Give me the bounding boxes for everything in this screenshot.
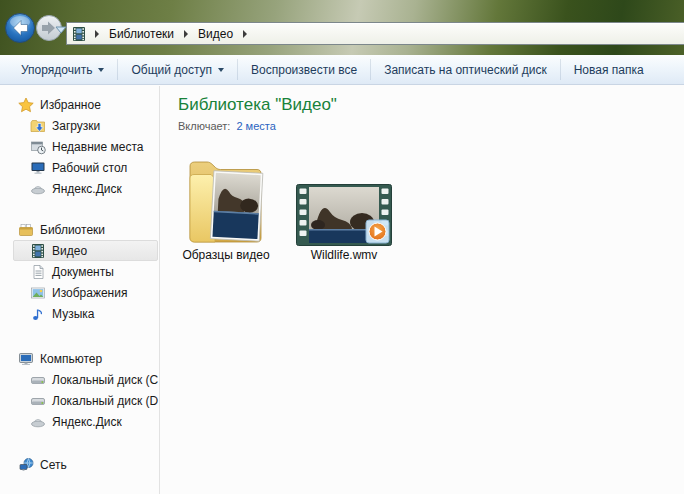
- sidebar-label: Загрузки: [52, 119, 100, 133]
- breadcrumb-segment-video[interactable]: Видео: [192, 23, 239, 44]
- disk-icon: [30, 372, 46, 388]
- sidebar-item-local-disk-d[interactable]: Локальный диск (D: [0, 390, 159, 411]
- item-label: Образцы видео: [182, 248, 269, 262]
- sidebar-label: Изображения: [52, 286, 127, 300]
- pictures-icon: [30, 285, 46, 301]
- file-list-pane: Библиотека "Видео" Включает: 2 места: [160, 86, 684, 494]
- sidebar-label: Локальный диск (D: [52, 394, 158, 408]
- sidebar-label: Недавние места: [52, 140, 143, 154]
- network-icon: [18, 457, 34, 473]
- sidebar-section-favorites[interactable]: Избранное: [0, 94, 159, 115]
- sidebar-item-local-disk-c[interactable]: Локальный диск (C: [0, 369, 159, 390]
- sidebar-item-video[interactable]: Видео: [13, 240, 158, 261]
- sidebar-label: Рабочий стол: [52, 161, 127, 175]
- yandex-disk-icon: [30, 414, 46, 430]
- sidebar-label: Сеть: [40, 458, 67, 472]
- burn-to-disc-button[interactable]: Записать на оптический диск: [371, 55, 560, 84]
- downloads-folder-icon: [30, 118, 46, 134]
- sidebar-label: Локальный диск (C: [52, 373, 158, 387]
- breadcrumb-arrow-icon[interactable]: [184, 30, 188, 38]
- sidebar-label: Библиотеки: [40, 223, 105, 237]
- filmstrip-video-thumbnail-icon: [296, 184, 392, 246]
- video-item-wildlife[interactable]: Wildlife.wmv: [288, 184, 400, 262]
- sidebar-label: Компьютер: [40, 352, 102, 366]
- new-folder-button[interactable]: Новая папка: [561, 55, 657, 84]
- sidebar-item-pictures[interactable]: Изображения: [0, 282, 159, 303]
- folder-with-video-thumbnail-icon: [187, 148, 265, 246]
- play-all-button[interactable]: Воспроизвести все: [238, 55, 370, 84]
- sidebar-label: Видео: [52, 244, 87, 258]
- sidebar-section-network[interactable]: Сеть: [0, 454, 159, 475]
- item-label: Wildlife.wmv: [311, 248, 378, 262]
- share-label: Общий доступ: [131, 63, 212, 77]
- back-button[interactable]: [6, 14, 35, 43]
- sidebar-item-music[interactable]: Музыка: [0, 303, 159, 324]
- play-overlay-icon: [366, 220, 389, 243]
- sidebar-section-libraries[interactable]: Библиотеки: [0, 219, 159, 240]
- includes-locations-link[interactable]: 2 места: [236, 120, 275, 132]
- sidebar-label: Документы: [52, 265, 114, 279]
- breadcrumb-segment-libraries[interactable]: Библиотеки: [103, 23, 180, 44]
- folder-item-sample-videos[interactable]: Образцы видео: [178, 148, 274, 262]
- organize-label: Упорядочить: [21, 63, 92, 77]
- sidebar-section-computer[interactable]: Компьютер: [0, 348, 159, 369]
- organize-button[interactable]: Упорядочить: [8, 55, 117, 84]
- sidebar-item-desktop[interactable]: Рабочий стол: [0, 157, 159, 178]
- command-toolbar: Упорядочить Общий доступ Воспроизвести в…: [0, 55, 684, 85]
- sidebar-item-yandex-disk[interactable]: Яндекс.Диск: [0, 178, 159, 199]
- video-library-icon: [30, 243, 46, 259]
- play-all-label: Воспроизвести все: [251, 63, 357, 77]
- navigation-pane: Избранное Загрузки Недавние места: [0, 86, 160, 494]
- share-button[interactable]: Общий доступ: [118, 55, 237, 84]
- items-grid: Образцы видео: [178, 148, 684, 262]
- sidebar-label: Музыка: [52, 307, 94, 321]
- desktop-icon: [30, 160, 46, 176]
- recent-places-icon: [30, 139, 46, 155]
- star-icon: [18, 97, 34, 113]
- video-library-icon: [71, 26, 87, 42]
- library-title: Библиотека "Видео": [178, 94, 684, 116]
- sidebar-label: Яндекс.Диск: [52, 182, 122, 196]
- music-icon: [30, 306, 46, 322]
- disk-icon: [30, 393, 46, 409]
- breadcrumb-arrow-icon[interactable]: [243, 30, 247, 38]
- new-folder-label: Новая папка: [574, 63, 644, 77]
- address-bar[interactable]: Библиотеки Видео: [66, 22, 684, 45]
- computer-icon: [18, 351, 34, 367]
- sidebar-label: Яндекс.Диск: [52, 415, 122, 429]
- burn-to-disc-label: Записать на оптический диск: [384, 63, 547, 77]
- window-titlebar-glass: Библиотеки Видео: [0, 0, 684, 55]
- sidebar-item-yandex-disk-2[interactable]: Яндекс.Диск: [0, 411, 159, 432]
- sidebar-item-documents[interactable]: Документы: [0, 261, 159, 282]
- includes-label: Включает:: [178, 120, 230, 132]
- documents-icon: [30, 264, 46, 280]
- sidebar-item-downloads[interactable]: Загрузки: [0, 115, 159, 136]
- yandex-disk-icon: [30, 181, 46, 197]
- sidebar-label: Избранное: [40, 98, 101, 112]
- chevron-down-icon: [218, 68, 224, 72]
- libraries-icon: [18, 222, 34, 238]
- explorer-main: Избранное Загрузки Недавние места: [0, 86, 684, 494]
- chevron-down-icon: [98, 68, 104, 72]
- sidebar-item-recent-places[interactable]: Недавние места: [0, 136, 159, 157]
- breadcrumb-arrow-icon[interactable]: [95, 30, 99, 38]
